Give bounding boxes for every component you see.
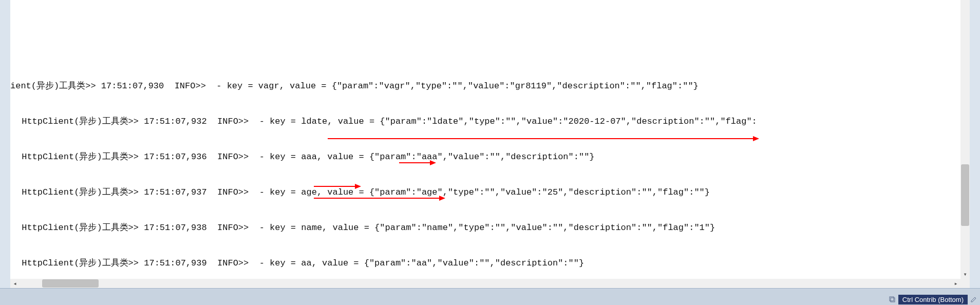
- copy-icon[interactable]: [888, 295, 897, 304]
- log-viewer[interactable]: ient(异步)工具类>> 17:51:07,930 INFO>> - key …: [10, 0, 960, 279]
- status-bar: Ctrl Contrib (Bottom): [0, 288, 980, 305]
- scroll-down-icon[interactable]: ▾: [960, 270, 970, 279]
- horizontal-scrollbar-thumb[interactable]: [42, 279, 99, 288]
- scroll-right-icon[interactable]: ▸: [951, 279, 960, 288]
- ctrl-contrib-button[interactable]: Ctrl Contrib (Bottom): [898, 295, 968, 304]
- log-panel: ient(异步)工具类>> 17:51:07,930 INFO>> - key …: [10, 0, 970, 288]
- vertical-scrollbar[interactable]: ▾: [960, 0, 970, 279]
- scroll-left-icon[interactable]: ◂: [10, 279, 20, 288]
- svg-rect-0: [890, 297, 894, 301]
- log-line: HttpClient(异步)工具类>> 17:51:07,932 INFO>> …: [10, 116, 960, 127]
- svg-rect-1: [891, 298, 895, 302]
- annotation-arrow: [314, 198, 345, 245]
- annotation-arrow: [399, 162, 430, 209]
- log-line: HttpClient(异步)工具类>> 17:51:07,936 INFO>> …: [10, 151, 960, 163]
- edit-icon[interactable]: [969, 295, 978, 304]
- vertical-scrollbar-thumb[interactable]: [961, 164, 969, 226]
- log-line: HttpClient(异步)工具类>> 17:51:07,939 INFO>> …: [10, 257, 960, 269]
- horizontal-scrollbar[interactable]: ◂ ▸: [10, 279, 960, 288]
- scrollbar-corner: [960, 279, 970, 288]
- log-line: HttpClient(异步)工具类>> 17:51:07,937 INFO>> …: [10, 186, 960, 198]
- log-line: HttpClient(异步)工具类>> 17:51:07,938 INFO>> …: [10, 222, 960, 234]
- log-line: ient(异步)工具类>> 17:51:07,930 INFO>> - key …: [10, 80, 960, 92]
